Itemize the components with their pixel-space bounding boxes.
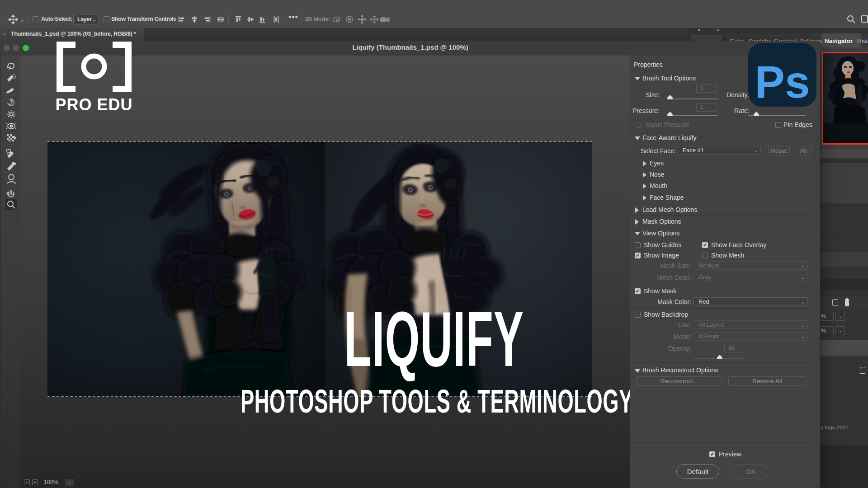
svg-text:PRO EDU: PRO EDU	[55, 95, 132, 113]
